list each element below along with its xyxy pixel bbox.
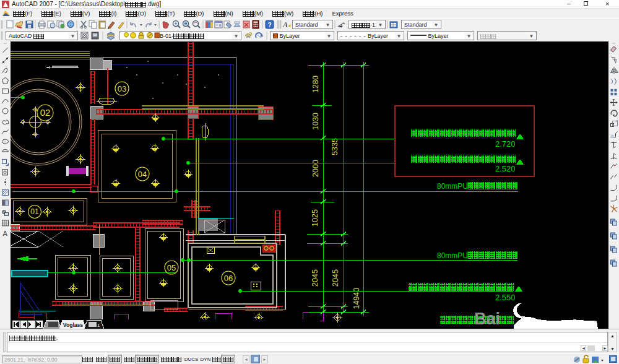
svg-text:Bai: Bai xyxy=(474,310,500,328)
svg-text:2000: 2000 xyxy=(311,160,320,177)
svg-text:Voglass: Voglass xyxy=(63,322,84,328)
svg-text:1280: 1280 xyxy=(311,76,320,93)
svg-text:04: 04 xyxy=(138,170,147,179)
svg-text:06: 06 xyxy=(224,274,233,283)
svg-text:A: A xyxy=(3,230,8,237)
svg-text:02: 02 xyxy=(40,107,51,118)
svg-text:?: ? xyxy=(267,22,271,28)
svg-text:80mmPU: 80mmPU xyxy=(437,182,468,191)
svg-text:5335: 5335 xyxy=(331,138,339,155)
svg-text:1025: 1025 xyxy=(311,209,319,227)
svg-text:80mmPU: 80mmPU xyxy=(437,251,468,260)
svg-text:1030: 1030 xyxy=(311,113,320,130)
svg-text:03: 03 xyxy=(118,84,126,93)
svg-text:2045: 2045 xyxy=(331,269,340,287)
svg-text:2.520: 2.520 xyxy=(495,164,516,173)
svg-text:01: 01 xyxy=(30,207,39,216)
svg-text:05: 05 xyxy=(167,263,176,272)
svg-text:1: 1 xyxy=(97,323,100,328)
svg-text:2.720: 2.720 xyxy=(495,139,516,149)
svg-text:2045: 2045 xyxy=(311,269,319,287)
svg-text:2.550: 2.550 xyxy=(495,293,516,302)
svg-text:A: A xyxy=(282,20,288,29)
